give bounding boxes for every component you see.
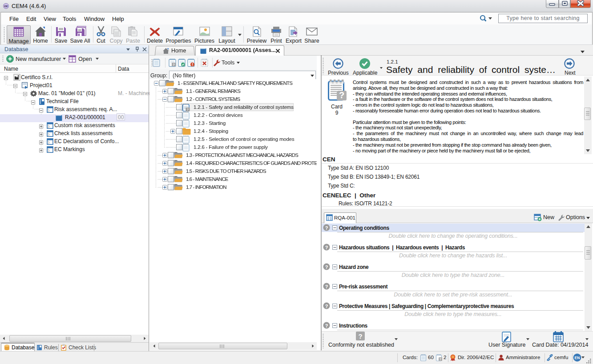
svg-text:?: ? xyxy=(325,323,328,328)
svg-text:?: ? xyxy=(339,90,344,100)
svg-text:?: ? xyxy=(440,358,441,361)
svg-text:ce: ce xyxy=(4,4,8,8)
svg-text:?: ? xyxy=(325,245,328,250)
svg-text:?: ? xyxy=(325,225,328,231)
svg-text:?: ? xyxy=(358,332,362,340)
svg-text:?: ? xyxy=(325,284,328,289)
svg-text:EN: EN xyxy=(575,356,580,360)
svg-text:?: ? xyxy=(173,63,175,67)
svg-text:?: ? xyxy=(325,264,328,270)
svg-text:?: ? xyxy=(325,304,328,309)
